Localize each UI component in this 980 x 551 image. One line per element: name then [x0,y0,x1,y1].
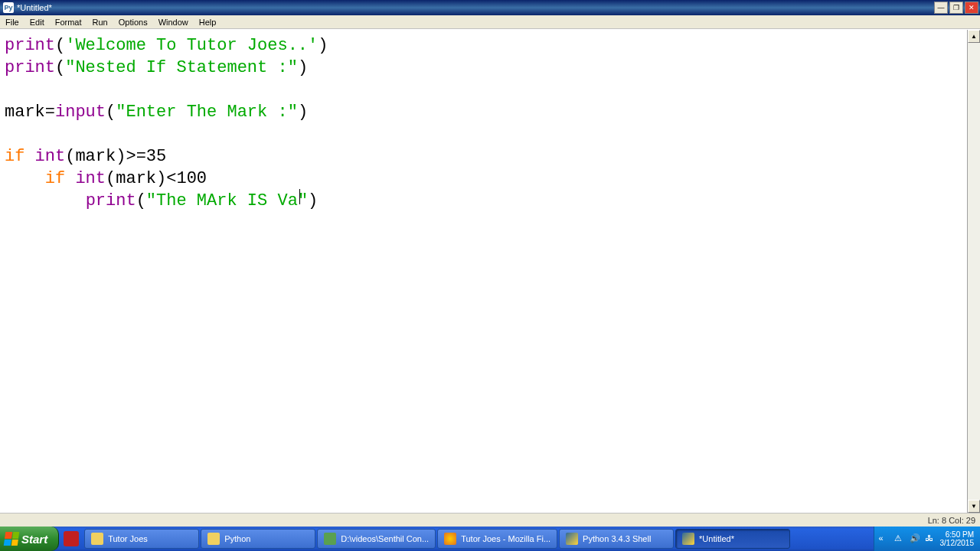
python-icon [566,533,578,545]
app-icon [324,533,336,545]
scroll-up-button[interactable]: ▲ [968,30,980,43]
menu-window[interactable]: Window [153,17,194,28]
text-cursor [299,189,300,204]
windows-logo-icon [4,532,20,546]
folder-icon [91,533,103,545]
python-icon [682,533,694,545]
code-token: "Nested If Statement :" [65,58,298,77]
start-label: Start [21,533,47,546]
task-untitled[interactable]: *Untitled* [675,529,790,549]
app-icon: Py [3,2,14,13]
tray-chevron-icon[interactable]: « [879,533,890,544]
scroll-track[interactable] [968,43,980,500]
clock-time: 6:50 PM [940,530,975,539]
task-firefox[interactable]: Tutor Joes - Mozilla Fi... [437,529,557,549]
cursor-position: Ln: 8 Col: 29 [928,516,975,525]
code-editor[interactable]: print('Welcome To Tutor Joes..') print("… [0,30,967,513]
code-token: 'Welcome To Tutor Joes..' [65,36,318,55]
menu-edit[interactable]: Edit [24,17,50,28]
code-token: "The MArk IS Va" [146,191,308,210]
task-python-folder[interactable]: Python [201,529,315,549]
vertical-scrollbar[interactable]: ▲ ▼ [967,30,980,513]
clock-date: 3/12/2015 [940,539,975,547]
tray-shield-icon[interactable]: ⚠ [894,533,905,544]
close-button[interactable]: ✕ [965,2,978,14]
code-token: ) [318,36,328,55]
task-label: D:\videos\Senthil Con... [341,534,429,543]
maximize-button[interactable]: ❐ [949,2,963,14]
scroll-down-button[interactable]: ▼ [968,500,980,513]
code-token [5,191,86,210]
tray-network-icon[interactable]: 🖧 [925,533,936,544]
menu-run[interactable]: Run [87,17,113,28]
statusbar: Ln: 8 Col: 29 [0,513,980,527]
menu-file[interactable]: File [0,17,24,28]
menu-format[interactable]: Format [50,17,87,28]
code-token: print [5,36,55,55]
code-token: ) [298,103,308,122]
menu-options[interactable]: Options [113,17,153,28]
code-token: ( [106,103,116,122]
code-token: if [5,147,24,166]
task-label: Python [224,534,250,543]
task-python-shell[interactable]: Python 3.4.3 Shell [559,529,674,549]
code-token: (mark)<100 [106,169,207,188]
code-token [5,169,45,188]
code-token: "Enter The Mark :" [116,103,298,122]
code-token: mark= [5,103,55,122]
task-label: Python 3.4.3 Shell [583,534,651,543]
code-token: if [45,169,65,188]
systray: « ⚠ 🔊 🖧 6:50 PM 3/12/2015 [874,527,981,551]
code-token [24,147,34,166]
code-token: ( [55,36,65,55]
window-title: *Untitled* [17,3,934,12]
code-token: ( [55,58,65,77]
window-buttons: — ❐ ✕ [934,2,978,14]
code-token: int [75,169,106,188]
code-token: ) [308,191,318,210]
menubar: File Edit Format Run Options Window Help [0,15,980,29]
task-label: *Untitled* [699,534,734,543]
code-token: input [55,103,106,122]
start-button[interactable]: Start [0,527,59,551]
task-videos[interactable]: D:\videos\Senthil Con... [317,529,436,549]
folder-icon [207,533,220,545]
code-token: print [86,191,136,210]
code-token: print [5,58,55,77]
tray-volume-icon[interactable]: 🔊 [910,533,920,544]
taskbar: Start Tutor Joes Python D:\videos\Senthi… [0,527,980,551]
task-label: Tutor Joes [108,534,148,543]
minimize-button[interactable]: — [934,2,948,14]
systray-clock[interactable]: 6:50 PM 3/12/2015 [940,530,975,547]
code-token: ) [298,58,308,77]
editor-wrap: print('Welcome To Tutor Joes..') print("… [0,29,980,513]
titlebar: Py *Untitled* — ❐ ✕ [0,0,980,15]
quicklaunch-adobe[interactable] [60,529,82,549]
code-token [65,169,75,188]
menu-help[interactable]: Help [194,17,222,28]
firefox-icon [444,533,456,545]
code-token: ( [136,191,146,210]
task-label: Tutor Joes - Mozilla Fi... [461,534,550,543]
code-token: int [35,147,66,166]
code-token: (mark)>=35 [65,147,166,166]
task-tutor-joes[interactable]: Tutor Joes [84,529,199,549]
